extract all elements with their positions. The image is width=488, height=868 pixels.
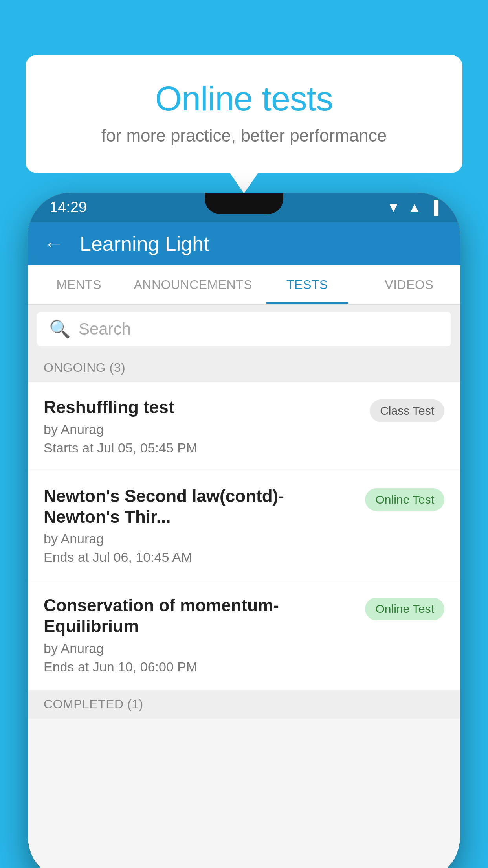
search-container: 🔍 Search xyxy=(28,305,460,353)
tab-assignments-label: MENTS xyxy=(56,278,101,292)
test-by: by Anurag xyxy=(44,641,357,656)
test-list: Reshuffling test by Anurag Starts at Jul… xyxy=(28,382,460,690)
test-time: Ends at Jun 10, 06:00 PM xyxy=(44,659,357,675)
phone-notch xyxy=(205,193,283,214)
test-badge: Class Test xyxy=(370,399,444,422)
test-by: by Anurag xyxy=(44,531,357,546)
test-item[interactable]: Newton's Second law(contd)-Newton's Thir… xyxy=(28,471,460,581)
tab-tests-label: TESTS xyxy=(286,278,328,292)
test-name: Newton's Second law(contd)-Newton's Thir… xyxy=(44,486,357,528)
bubble-subtitle: for more practice, better performance xyxy=(57,126,431,145)
tab-announcements-label: ANNOUNCEMENTS xyxy=(134,278,252,292)
tab-videos[interactable]: VIDEOS xyxy=(358,265,460,304)
speech-bubble-container: Online tests for more practice, better p… xyxy=(26,55,462,173)
search-bar[interactable]: 🔍 Search xyxy=(37,312,451,346)
completed-label: COMPLETED (1) xyxy=(44,697,143,711)
test-item[interactable]: Reshuffling test by Anurag Starts at Jul… xyxy=(28,382,460,471)
test-name: Conservation of momentum-Equilibrium xyxy=(44,595,357,637)
bubble-title: Online tests xyxy=(57,79,431,119)
status-time: 14:29 xyxy=(50,199,87,216)
phone-frame: 14:29 ▼ ▲ ▐ ← Learning Light MENTS ANNOU… xyxy=(28,193,460,868)
ongoing-label: ONGOING (3) xyxy=(44,360,125,375)
test-badge: Online Test xyxy=(365,598,444,620)
test-time: Starts at Jul 05, 05:45 PM xyxy=(44,440,362,456)
tab-tests[interactable]: TESTS xyxy=(256,265,358,304)
test-by: by Anurag xyxy=(44,422,362,437)
search-input[interactable]: Search xyxy=(79,320,131,338)
signal-icon: ▲ xyxy=(408,200,421,215)
search-icon: 🔍 xyxy=(49,319,71,339)
tab-bar: MENTS ANNOUNCEMENTS TESTS VIDEOS xyxy=(28,265,460,305)
completed-section-header: COMPLETED (1) xyxy=(28,690,460,719)
test-item[interactable]: Conservation of momentum-Equilibrium by … xyxy=(28,580,460,690)
wifi-icon: ▼ xyxy=(387,200,400,215)
speech-bubble: Online tests for more practice, better p… xyxy=(26,55,462,173)
phone-inner: 14:29 ▼ ▲ ▐ ← Learning Light MENTS ANNOU… xyxy=(28,193,460,868)
ongoing-section-header: ONGOING (3) xyxy=(28,353,460,382)
back-button[interactable]: ← xyxy=(44,234,64,254)
app-title: Learning Light xyxy=(80,232,209,256)
test-info: Conservation of momentum-Equilibrium by … xyxy=(44,595,365,675)
app-bar: ← Learning Light xyxy=(28,222,460,265)
test-info: Reshuffling test by Anurag Starts at Jul… xyxy=(44,397,370,456)
test-time: Ends at Jul 06, 10:45 AM xyxy=(44,550,357,565)
battery-icon: ▐ xyxy=(429,200,438,215)
tab-videos-label: VIDEOS xyxy=(385,278,433,292)
tab-assignments[interactable]: MENTS xyxy=(28,265,130,304)
test-name: Reshuffling test xyxy=(44,397,362,418)
tab-announcements[interactable]: ANNOUNCEMENTS xyxy=(130,265,256,304)
test-badge: Online Test xyxy=(365,488,444,511)
test-info: Newton's Second law(contd)-Newton's Thir… xyxy=(44,486,365,565)
status-icons: ▼ ▲ ▐ xyxy=(387,200,438,215)
